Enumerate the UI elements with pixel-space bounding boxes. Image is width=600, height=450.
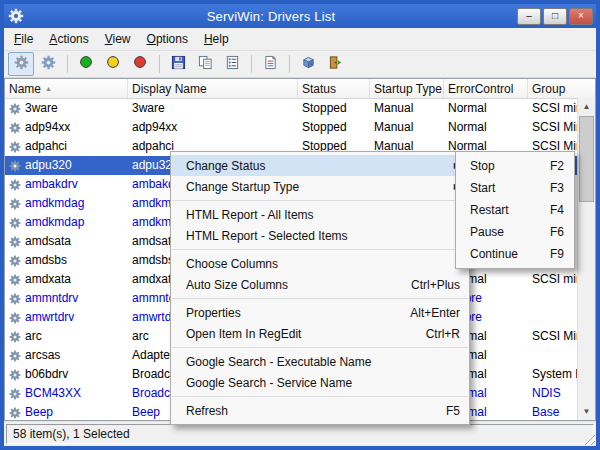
properties-button[interactable] — [219, 52, 245, 76]
sort-indicator-icon: ▲ — [45, 80, 52, 98]
close-button[interactable]: × — [569, 8, 593, 25]
table-row[interactable]: 3ware3wareStoppedManualNormalSCSI minipo… — [5, 99, 596, 118]
column-header-startup-type[interactable]: Startup Type — [370, 79, 444, 98]
context-menu-item-properties[interactable]: PropertiesAlt+Enter — [171, 302, 469, 323]
menu-separator — [172, 200, 468, 201]
driver-icon — [9, 198, 21, 210]
cell-name: amdsbs — [5, 251, 128, 270]
scroll-up-icon[interactable]: ▲ — [578, 98, 595, 115]
services-view-icon — [41, 55, 56, 74]
context-menu-item-auto-size-columns[interactable]: Auto Size ColumnsCtrl+Plus — [171, 274, 469, 295]
cell-error: Normal — [444, 118, 528, 137]
drivers-view-icon — [14, 55, 29, 74]
menu-item-shortcut: F3 — [550, 181, 564, 195]
menu-item-shortcut: F5 — [446, 404, 460, 418]
cell-name: arcsas — [5, 346, 128, 365]
driver-icon — [9, 407, 21, 419]
driver-name: amdsata — [25, 232, 71, 251]
context-menu-item-html-report-all-items[interactable]: HTML Report - All Items — [171, 204, 469, 225]
cell-display: 3ware — [128, 99, 298, 118]
context-menu-item-change-status[interactable]: Change Status▶ — [171, 155, 469, 176]
driver-icon — [9, 122, 21, 134]
column-header-label: Display Name — [132, 80, 207, 98]
driver-name: b06bdrv — [25, 365, 68, 384]
driver-name: ambakdrv — [25, 175, 78, 194]
menu-item-shortcut: F2 — [550, 159, 564, 173]
column-header-group[interactable]: Group — [528, 79, 596, 98]
driver-name: amwrtdrv — [25, 308, 74, 327]
services-view-button[interactable] — [35, 52, 61, 76]
maximize-button[interactable]: □ — [543, 8, 567, 25]
menu-item-label: Properties — [186, 306, 241, 320]
scroll-down-icon[interactable]: ▼ — [578, 403, 595, 420]
pause-driver-button[interactable] — [100, 52, 126, 76]
column-header-display-name[interactable]: Display Name — [128, 79, 298, 98]
menu-view[interactable]: View — [97, 29, 139, 49]
menu-separator — [172, 396, 468, 397]
driver-name: amdkmdag — [25, 194, 84, 213]
drivers-view-button[interactable] — [8, 52, 34, 76]
menu-help[interactable]: Help — [196, 29, 237, 49]
open-regedit-button[interactable] — [295, 52, 321, 76]
cell-name: ammntdrv — [5, 289, 128, 308]
column-header-errorcontrol[interactable]: ErrorControl — [444, 79, 528, 98]
context-menu-item-change-startup-type[interactable]: Change Startup Type▶ — [171, 176, 469, 197]
cell-name: amdkmdap — [5, 213, 128, 232]
cell-name: amdsata — [5, 232, 128, 251]
context-menu-item-open-item-in-regedit[interactable]: Open Item In RegEditCtrl+R — [171, 323, 469, 344]
cell-name: BCM43XX — [5, 384, 128, 403]
context-menu-item-refresh[interactable]: RefreshF5 — [171, 400, 469, 421]
html-report-button[interactable] — [257, 52, 283, 76]
driver-name: 3ware — [25, 99, 58, 118]
start-driver-icon — [79, 55, 93, 73]
driver-icon — [9, 217, 21, 229]
start-driver-button[interactable] — [73, 52, 99, 76]
menu-file[interactable]: File — [6, 29, 41, 49]
submenu-item-pause[interactable]: PauseF6 — [456, 221, 574, 243]
exit-icon — [328, 55, 343, 74]
context-menu-item-html-report-selected-items[interactable]: HTML Report - Selected Items — [171, 225, 469, 246]
driver-icon — [9, 160, 21, 172]
cell-status: Stopped — [298, 99, 370, 118]
scroll-thumb[interactable] — [579, 116, 594, 202]
cell-name: adpu320 — [5, 156, 128, 175]
driver-name: amdxata — [25, 270, 71, 289]
driver-icon — [9, 103, 21, 115]
driver-icon — [9, 274, 21, 286]
menu-item-label: Refresh — [186, 404, 228, 418]
table-row[interactable]: adp94xxadp94xxStoppedManualNormalSCSI Mi… — [5, 118, 596, 137]
toolbar — [4, 51, 596, 78]
app-icon — [7, 7, 25, 25]
stop-driver-button[interactable] — [127, 52, 153, 76]
column-headers: Name▲Display NameStatusStartup TypeError… — [5, 79, 596, 99]
menu-separator — [172, 249, 468, 250]
submenu-item-start[interactable]: StartF3 — [456, 177, 574, 199]
submenu-item-restart[interactable]: RestartF4 — [456, 199, 574, 221]
cell-name: ambakdrv — [5, 175, 128, 194]
save-icon — [171, 55, 186, 74]
exit-button[interactable] — [322, 52, 348, 76]
column-header-status[interactable]: Status — [298, 79, 370, 98]
change-status-submenu: StopF2StartF3RestartF4PauseF6ContinueF9 — [455, 151, 575, 269]
column-header-label: ErrorControl — [448, 80, 513, 98]
context-menu-item-choose-columns[interactable]: Choose Columns — [171, 253, 469, 274]
context-menu-item-google-search-executable-name[interactable]: Google Search - Executable Name — [171, 351, 469, 372]
copy-button[interactable] — [192, 52, 218, 76]
status-text: 58 item(s), 1 Selected — [13, 427, 130, 441]
minimize-button[interactable]: – — [517, 8, 541, 25]
context-menu-item-google-search-service-name[interactable]: Google Search - Service Name — [171, 372, 469, 393]
menu-separator — [172, 298, 468, 299]
menu-actions[interactable]: Actions — [41, 29, 96, 49]
window-title: ServiWin: Drivers List — [25, 9, 517, 24]
column-header-name[interactable]: Name▲ — [5, 79, 128, 98]
properties-icon — [225, 55, 240, 74]
menu-options[interactable]: Options — [139, 29, 196, 49]
vertical-scrollbar[interactable]: ▲ ▼ — [577, 98, 595, 420]
submenu-item-stop[interactable]: StopF2 — [456, 155, 574, 177]
submenu-item-continue[interactable]: ContinueF9 — [456, 243, 574, 265]
driver-icon — [9, 236, 21, 248]
menu-item-shortcut: F6 — [550, 225, 564, 239]
menubar: FileActionsViewOptionsHelp — [4, 28, 596, 51]
save-button[interactable] — [165, 52, 191, 76]
menu-item-label: HTML Report - All Items — [186, 208, 314, 222]
